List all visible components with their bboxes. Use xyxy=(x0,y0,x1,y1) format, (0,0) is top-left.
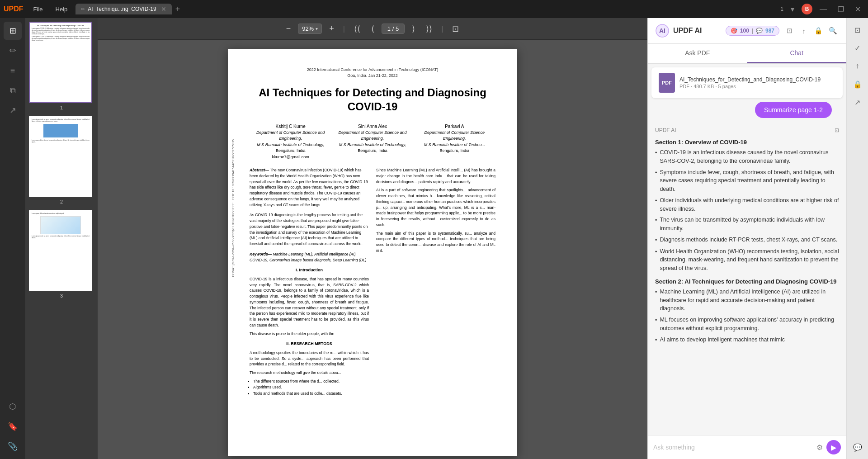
thumbnail-2[interactable]: Lorem ipsum dolor sit amet consectetur a… xyxy=(29,116,94,204)
ai-file-info: PDF AI_Techniques_for_Detecting_and_Diag… xyxy=(651,67,843,98)
menu-file[interactable]: File xyxy=(29,4,47,14)
ai-s2-bullet-2: •ML focuses on improving software applic… xyxy=(655,316,839,333)
updf-ai-section-label: UPDF AI ⊡ xyxy=(648,125,846,135)
right-edge-panel: ⊡ ✓ ↑ 🔒 ↗ 💬 xyxy=(846,18,868,459)
zoom-in-btn[interactable]: + xyxy=(326,22,338,35)
abstract-label: Abstract— xyxy=(250,168,269,172)
pdf-header-line2: Goa, India. Jan 21-22, 2022 xyxy=(250,73,495,79)
file-pdf-icon: PDF xyxy=(659,73,675,93)
settings-icon[interactable]: ⚙ xyxy=(816,443,823,452)
tab-label: AI_Techniqu...ng_COVID-19 xyxy=(88,6,156,12)
toolbar-separator-2: | xyxy=(441,25,443,33)
sidebar-item-annotate[interactable]: ✏ xyxy=(4,42,22,60)
sidebar-item-thumbnails[interactable]: ⊞ xyxy=(4,22,22,40)
summarize-btn[interactable]: Summarize page 1-2 xyxy=(755,102,832,118)
pdf-page-container[interactable]: CONAT | 978-1-6654-2577-3/22/$31.00 ©202… xyxy=(98,40,647,459)
file-name: AI_Techniques_for_Detecting_and_Diagnosi… xyxy=(679,76,835,83)
active-tab[interactable]: ✏ AI_Techniqu...ng_COVID-19 ✕ xyxy=(75,4,171,14)
sidebar-item-bookmark[interactable]: 🔖 xyxy=(4,417,22,435)
pdf-columns: Abstract— The new Coronavirus infection … xyxy=(250,167,495,397)
edge-icon-3[interactable]: ↑ xyxy=(849,58,866,74)
nav-next-btn[interactable]: ⟩ xyxy=(408,22,419,36)
author3-dept: Department of Computer Science Engineeri… xyxy=(414,130,495,142)
ai-tabs: Ask PDF Chat xyxy=(648,44,846,64)
bullet-item-2: Algorithms used. xyxy=(253,384,369,391)
dropdown-arrow-icon[interactable]: ▾ xyxy=(787,4,798,14)
thumb-content-3: Lorem ipsum dolor sit amet consectetur a… xyxy=(30,211,91,290)
tab-close-btn[interactable]: ✕ xyxy=(161,5,166,13)
sidebar-item-edit[interactable]: ≡ xyxy=(4,62,22,80)
add-tab-btn[interactable]: + xyxy=(173,5,183,14)
ai-input-area: ⚙ ▶ xyxy=(648,435,846,459)
zoom-out-btn[interactable]: − xyxy=(283,22,295,35)
ai-counter: 🎯 100 | 💬 987 xyxy=(726,26,779,36)
sidebar-item-attachment[interactable]: 📎 xyxy=(4,437,22,455)
copy-icon[interactable]: ⊡ xyxy=(835,127,839,133)
zoom-level: 92% xyxy=(302,25,314,32)
ai-panel-title: UPDF AI xyxy=(673,27,702,35)
edge-icon-1[interactable]: ⊡ xyxy=(849,22,866,38)
sidebar-item-plugin[interactable]: ⬡ xyxy=(4,397,22,416)
thumbnail-1[interactable]: AI Techniques for Detecting and Diagnosi… xyxy=(29,22,94,110)
nav-last-btn[interactable]: ⟩⟩ xyxy=(422,22,436,36)
ai-lock-icon[interactable]: 🔒 xyxy=(812,24,825,37)
nav-first-btn[interactable]: ⟨⟨ xyxy=(350,22,364,36)
user-avatar[interactable]: B xyxy=(802,4,812,14)
zoom-dropdown-arrow[interactable]: ▾ xyxy=(316,26,318,31)
maximize-btn[interactable]: ❐ xyxy=(834,4,848,14)
sidebar-item-export[interactable]: ↗ xyxy=(4,101,22,119)
edge-icon-5[interactable]: ↗ xyxy=(849,94,866,110)
thumbnail-panel: AI Techniques for Detecting and Diagnosi… xyxy=(25,18,98,459)
ai-upload-icon[interactable]: ↑ xyxy=(797,24,810,37)
ai-section1-bullets: •COVID-19 is an infectious disease cause… xyxy=(655,148,839,273)
thumb-content-2: Lorem ipsum dolor sit amet consectetur a… xyxy=(30,117,91,196)
edge-icon-bottom-1[interactable]: 💬 xyxy=(849,439,866,455)
author2-dept: Department of Computer Science and Engin… xyxy=(332,130,413,142)
ai-expand-icon[interactable]: ⊡ xyxy=(783,24,796,37)
fullscreen-btn[interactable]: ⊡ xyxy=(448,22,462,36)
send-btn[interactable]: ▶ xyxy=(826,440,841,454)
close-btn[interactable]: ✕ xyxy=(851,4,864,14)
author1-email: kkurne7@gmail.com xyxy=(250,154,331,161)
author3-institute: M S Ramaiah Institue of Techno... xyxy=(414,142,495,148)
main-layout: ⊞ ✏ ≡ ⧉ ↗ ⬡ 🔖 📎 AI Techniques for Detect… xyxy=(0,18,868,459)
thumbnail-3[interactable]: Lorem ipsum dolor sit amet consectetur a… xyxy=(29,210,94,298)
pdf-author-3: Parkavi A Department of Computer Science… xyxy=(414,123,495,161)
file-meta: PDF · 480.7 KB · 5 pages xyxy=(679,84,835,89)
author1-institute: M S Ramaiah Institute of Technology, xyxy=(250,142,331,148)
bullet-item-1: The different sources from where the d..… xyxy=(253,379,369,385)
pdf-area: − 92% ▾ + | ⟨⟨ ⟨ 1 / 5 ⟩ ⟩⟩ | ⊡ CONAT | … xyxy=(98,18,647,459)
pdf-bullet-list: The different sources from where the d..… xyxy=(253,379,369,397)
zoom-display: 92% ▾ xyxy=(298,24,322,34)
abstract-text: The new Coronavirus infection (COVID-19)… xyxy=(250,168,368,207)
counter-chat-icon: 💬 xyxy=(756,28,763,34)
ai-panel-header: AI UPDF AI 🎯 100 | 💬 987 ⊡ ↑ 🔒 🔍 xyxy=(648,18,846,44)
pdf-doi: CONAT | 978-1-6654-2577-3/22/$31.00 ©202… xyxy=(231,139,235,277)
minimize-btn[interactable]: — xyxy=(816,4,830,14)
sidebar-item-organize[interactable]: ⧉ xyxy=(4,81,22,99)
edge-icon-2[interactable]: ✓ xyxy=(849,40,866,56)
nav-prev-btn[interactable]: ⟨ xyxy=(368,22,378,36)
counter-987: 987 xyxy=(765,28,774,34)
author3-city: Bengaluru, India xyxy=(414,148,495,154)
pdf-keywords: Keywords— Machine Learning (ML), Artific… xyxy=(250,251,369,263)
tab-ask-pdf[interactable]: Ask PDF xyxy=(648,44,747,63)
ask-input[interactable] xyxy=(653,444,813,451)
menu-help[interactable]: Help xyxy=(51,4,72,14)
pdf-right-p1: Since Machine Learning (ML) and Artifici… xyxy=(376,167,495,185)
pdf-abstract: Abstract— The new Coronavirus infection … xyxy=(250,167,369,208)
ai-search-icon[interactable]: 🔍 xyxy=(826,24,839,37)
titlebar-right: 1 ▾ B — ❐ ✕ xyxy=(780,4,864,14)
pdf-research-p2: The research methodology will give the d… xyxy=(250,370,369,376)
edge-icon-4[interactable]: 🔒 xyxy=(849,76,866,92)
ai-bullet-3: •Older individuals with underlying medic… xyxy=(655,196,839,213)
thumbnail-num-3: 3 xyxy=(29,293,94,298)
tab-chat[interactable]: Chat xyxy=(747,44,847,63)
tab-edit-icon: ✏ xyxy=(81,6,85,12)
pdf-col-left: Abstract— The new Coronavirus infection … xyxy=(250,167,369,397)
tab-bar: ✏ AI_Techniqu...ng_COVID-19 ✕ + xyxy=(75,4,777,14)
titlebar: UPDF File Help ✏ AI_Techniqu...ng_COVID-… xyxy=(0,0,868,18)
pdf-author-2: Sini Anna Alex Department of Computer Sc… xyxy=(332,123,413,161)
ai-bullet-1: •COVID-19 is an infectious disease cause… xyxy=(655,148,839,166)
pdf-section2-title: II. RESEARCH METODS xyxy=(250,341,369,347)
